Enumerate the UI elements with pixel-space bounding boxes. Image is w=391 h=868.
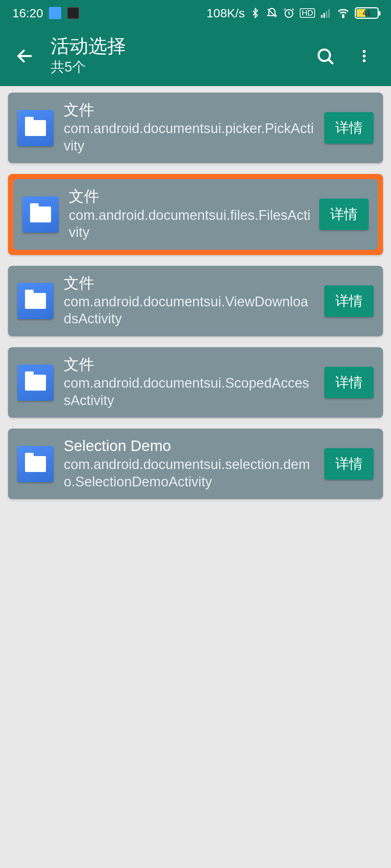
svg-rect-4	[326, 11, 327, 18]
status-bar: 16:20 108K/s HD 41	[0, 0, 391, 26]
list-item-subtitle: com.android.documentsui.ScopedAccessActi…	[64, 375, 316, 409]
arrow-back-icon	[15, 47, 34, 65]
app-icon-tile	[17, 283, 54, 319]
list-item[interactable]: 文件com.android.documentsui.files.FilesAct…	[13, 179, 378, 250]
list-item-texts: Selection Democom.android.documentsui.se…	[54, 437, 324, 490]
list-item-texts: 文件com.android.documentsui.files.FilesAct…	[59, 188, 319, 241]
appbar-actions	[312, 43, 382, 69]
list-item[interactable]: Selection Democom.android.documentsui.se…	[8, 429, 383, 499]
svg-point-10	[363, 50, 366, 53]
bluetooth-icon	[250, 8, 261, 18]
wifi-icon	[337, 7, 350, 20]
list-item-title: 文件	[69, 188, 311, 205]
status-app-icon-2	[67, 7, 79, 19]
app-icon-tile	[22, 196, 59, 233]
back-button[interactable]	[9, 40, 41, 72]
list-item-title: Selection Demo	[64, 437, 316, 455]
detail-button[interactable]: 详情	[324, 285, 374, 317]
list-item-title: 文件	[64, 275, 316, 292]
status-net-speed: 108K/s	[206, 6, 245, 20]
status-time: 16:20	[12, 6, 43, 20]
detail-button[interactable]: 详情	[324, 112, 374, 144]
search-icon	[315, 46, 335, 66]
list-item-title: 文件	[64, 101, 316, 119]
folder-icon	[30, 207, 51, 222]
list-item-texts: 文件com.android.documentsui.ViewDownloadsA…	[54, 275, 324, 328]
list-item[interactable]: 文件com.android.documentsui.ScopedAccessAc…	[8, 347, 383, 418]
more-vert-icon	[356, 48, 372, 64]
signal-icon	[320, 7, 332, 19]
status-left: 16:20	[12, 6, 79, 20]
list-item-title: 文件	[64, 356, 316, 373]
search-button[interactable]	[312, 43, 338, 69]
hd-icon: HD	[300, 8, 315, 18]
svg-point-6	[342, 16, 344, 18]
folder-icon	[25, 120, 46, 136]
folder-icon	[25, 456, 46, 472]
battery-icon: 41	[355, 7, 379, 19]
app-bar: 活动选择 共5个	[0, 26, 391, 86]
list-item-subtitle: com.android.documentsui.picker.PickActiv…	[64, 120, 316, 154]
activity-list[interactable]: 文件com.android.documentsui.picker.PickAct…	[0, 86, 391, 506]
page-subtitle: 共5个	[51, 58, 312, 76]
svg-rect-5	[328, 9, 330, 18]
mute-icon	[266, 7, 278, 19]
detail-button[interactable]: 详情	[324, 448, 374, 480]
list-item-subtitle: com.android.documentsui.selection.demo.S…	[64, 456, 316, 490]
svg-point-11	[363, 55, 366, 58]
list-item[interactable]: 文件com.android.documentsui.picker.PickAct…	[8, 93, 383, 163]
app-icon-tile	[17, 110, 54, 146]
page-title: 活动选择	[51, 36, 312, 56]
overflow-menu-button[interactable]	[351, 43, 377, 69]
status-app-icon-1	[49, 7, 61, 19]
app-icon-tile	[17, 446, 54, 482]
app-icon-tile	[17, 365, 54, 401]
list-item-texts: 文件com.android.documentsui.picker.PickAct…	[54, 101, 324, 154]
list-item-subtitle: com.android.documentsui.ViewDownloadsAct…	[64, 293, 316, 328]
appbar-titles: 活动选择 共5个	[41, 36, 312, 76]
detail-button[interactable]: 详情	[324, 367, 374, 398]
svg-line-9	[328, 59, 332, 63]
detail-button[interactable]: 详情	[319, 199, 369, 230]
folder-icon	[25, 375, 46, 391]
svg-point-12	[363, 59, 366, 62]
alarm-icon	[283, 7, 295, 19]
svg-rect-3	[323, 13, 325, 18]
list-item-subtitle: com.android.documentsui.files.FilesActiv…	[69, 207, 311, 241]
status-right: 108K/s HD 41	[206, 6, 379, 20]
svg-rect-2	[321, 15, 323, 18]
battery-percent: 41	[356, 9, 378, 17]
list-item-selected[interactable]: 文件com.android.documentsui.files.FilesAct…	[8, 174, 383, 255]
list-item[interactable]: 文件com.android.documentsui.ViewDownloadsA…	[8, 266, 383, 336]
list-item-texts: 文件com.android.documentsui.ScopedAccessAc…	[54, 356, 324, 409]
folder-icon	[25, 293, 46, 309]
